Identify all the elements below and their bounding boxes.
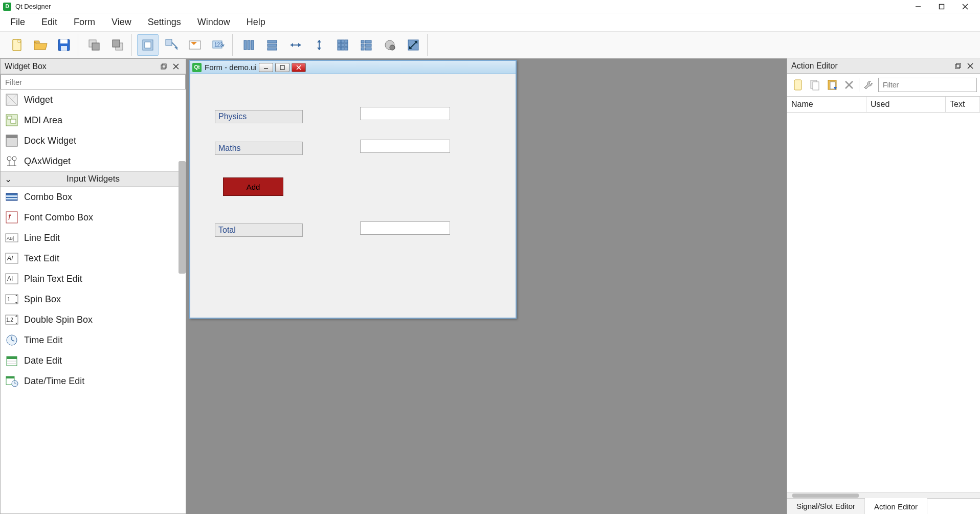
widget-item-dock-widget[interactable]: Dock Widget (1, 130, 186, 151)
column-text[interactable]: Text (946, 97, 980, 112)
lineedit-maths[interactable] (360, 140, 450, 153)
widget-item-combo-box[interactable]: Combo Box (1, 187, 186, 207)
label-maths[interactable]: Maths (215, 142, 303, 155)
chevron-down-icon: ⌄ (5, 174, 12, 185)
widget-item-label: Font Combo Box (24, 212, 93, 223)
adjust-size-button[interactable] (403, 34, 424, 56)
label-total[interactable]: Total (215, 224, 303, 237)
break-layout-button[interactable] (379, 34, 400, 56)
tab-action-editor[interactable]: Action Editor (865, 498, 927, 514)
tab-signal-slot-editor[interactable]: Signal/Slot Editor (787, 499, 865, 514)
action-editor-filter-input[interactable] (878, 78, 977, 92)
svg-rect-33 (338, 40, 341, 43)
widget-box-list[interactable]: Widget MDI Area Dock Widget QAxWidget ⌄ … (1, 90, 186, 513)
widget-item-text-edit[interactable]: AI Text Edit (1, 248, 186, 269)
svg-rect-39 (338, 47, 341, 50)
widget-item-date-edit[interactable]: Date Edit (1, 350, 186, 371)
menu-edit[interactable]: Edit (33, 14, 65, 31)
widget-item-widget[interactable]: Widget (1, 90, 186, 110)
menu-view[interactable]: View (103, 14, 140, 31)
widget-item-spin-box[interactable]: 1 Spin Box (1, 289, 186, 309)
widget-category-input-widgets[interactable]: ⌄ Input Widgets (1, 171, 186, 187)
form-titlebar[interactable]: Qt Form - demo.ui (190, 61, 516, 74)
widget-item-mdi-area[interactable]: MDI Area (1, 110, 186, 130)
svg-rect-8 (61, 46, 67, 51)
window-close-button[interactable] (953, 0, 977, 13)
delete-action-button[interactable] (841, 77, 856, 93)
form-body[interactable]: Physics Maths Add Total (190, 74, 516, 318)
edit-widgets-button[interactable] (137, 34, 159, 56)
design-canvas[interactable]: Qt Form - demo.ui Physics Maths Add (186, 58, 787, 514)
minimize-icon (263, 65, 269, 70)
widget-item-time-edit[interactable]: Time Edit (1, 330, 186, 350)
svg-rect-47 (365, 48, 371, 50)
widget-item-label: Line Edit (24, 233, 60, 243)
paste-action-button[interactable] (825, 77, 839, 93)
layout-vsplit-button[interactable] (308, 34, 330, 56)
svg-text:123: 123 (214, 42, 223, 48)
widget-item-line-edit[interactable]: AB| Line Edit (1, 228, 186, 248)
form-minimize-button[interactable] (259, 63, 273, 72)
new-file-button[interactable] (6, 34, 28, 56)
label-physics[interactable]: Physics (215, 110, 303, 123)
svg-text:1.2: 1.2 (6, 317, 13, 323)
bring-front-button[interactable] (107, 34, 128, 56)
widget-icon (5, 93, 19, 107)
menu-form[interactable]: Form (65, 14, 103, 31)
svg-rect-10 (92, 43, 99, 50)
form-maximize-button[interactable] (275, 63, 289, 72)
edit-buddies-button[interactable] (184, 34, 206, 56)
action-editor-float-button[interactable] (952, 60, 964, 72)
edit-tab-order-button[interactable]: 123 (208, 34, 229, 56)
widget-item-double-spin-box[interactable]: 1.2 Double Spin Box (1, 309, 186, 330)
layout-form-button[interactable] (355, 34, 377, 56)
save-icon (57, 38, 71, 52)
widget-box-float-button[interactable] (158, 61, 169, 72)
menu-settings[interactable]: Settings (140, 14, 189, 31)
add-button[interactable]: Add (223, 177, 283, 196)
widget-item-font-combo-box[interactable]: f Font Combo Box (1, 207, 186, 228)
svg-text:AB|: AB| (7, 236, 14, 241)
widget-box-filter-input[interactable] (1, 74, 186, 90)
form-window[interactable]: Qt Form - demo.ui Physics Maths Add (189, 60, 517, 319)
svg-rect-38 (345, 43, 348, 47)
qax-icon (5, 154, 19, 168)
action-editor-panel: Action Editor (787, 58, 980, 514)
save-file-button[interactable] (53, 34, 75, 56)
menu-window[interactable]: Window (189, 14, 238, 31)
widget-item-datetime-edit[interactable]: Date/Time Edit (1, 371, 186, 391)
widget-box-scrollbar-thumb[interactable] (179, 161, 186, 274)
layout-vertical-button[interactable] (261, 34, 283, 56)
grid-icon (336, 38, 350, 52)
open-file-button[interactable] (30, 34, 51, 56)
adjust-size-icon (406, 38, 420, 52)
window-maximize-button[interactable] (930, 0, 953, 13)
copy-action-button[interactable] (807, 77, 822, 93)
menu-file[interactable]: File (2, 14, 33, 31)
action-editor-close-button[interactable] (965, 60, 976, 72)
action-table-body[interactable] (787, 113, 980, 492)
action-editor-hscroll[interactable] (787, 492, 980, 498)
configure-action-button[interactable] (861, 77, 876, 93)
column-name[interactable]: Name (787, 97, 866, 112)
layout-horizontal-button[interactable] (238, 34, 259, 56)
widget-item-qaxwidget[interactable]: QAxWidget (1, 151, 186, 171)
lineedit-total[interactable] (360, 221, 450, 235)
edit-widgets-icon (141, 38, 155, 52)
send-back-button[interactable] (83, 34, 105, 56)
widget-item-plain-text-edit[interactable]: AI Plain Text Edit (1, 269, 186, 289)
form-close-button[interactable] (292, 63, 306, 72)
layout-grid-button[interactable] (332, 34, 353, 56)
edit-signals-button[interactable] (161, 34, 182, 56)
lineedit-physics[interactable] (360, 107, 450, 120)
new-action-button[interactable] (790, 77, 805, 93)
widget-item-label: Combo Box (24, 192, 72, 203)
scrollbar-thumb[interactable] (792, 494, 859, 498)
menu-help[interactable]: Help (238, 14, 274, 31)
svg-marker-16 (174, 47, 177, 50)
layout-hsplit-button[interactable] (285, 34, 306, 56)
svg-rect-40 (341, 47, 344, 50)
widget-box-close-button[interactable] (170, 61, 182, 72)
window-minimize-button[interactable] (906, 0, 930, 13)
column-used[interactable]: Used (866, 97, 946, 112)
